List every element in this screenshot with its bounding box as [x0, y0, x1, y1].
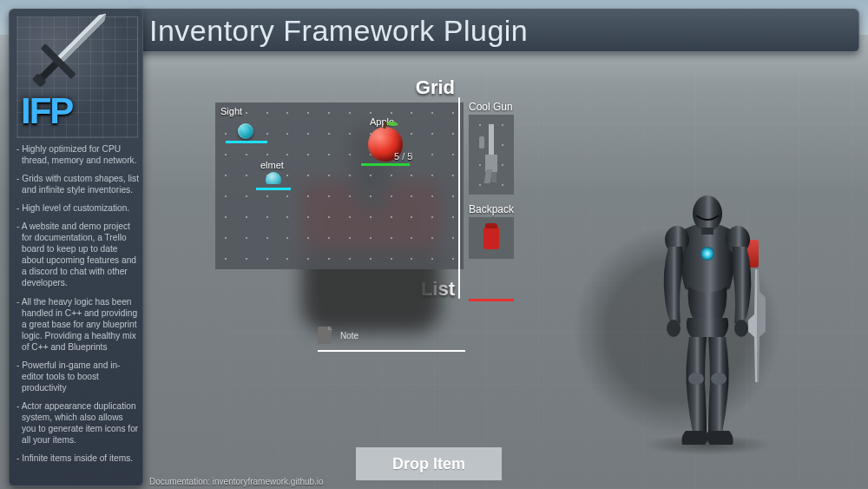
- svg-point-5: [667, 320, 681, 337]
- slot-label-gun: Cool Gun: [469, 101, 526, 113]
- list-item-label: Note: [340, 331, 465, 340]
- svg-point-0: [693, 195, 722, 232]
- list-underline: [318, 350, 465, 352]
- item-apple-highlight: [361, 163, 410, 166]
- item-sight-icon[interactable]: [238, 123, 253, 139]
- item-apple-count: 5 / 5: [394, 151, 412, 162]
- drop-item-button[interactable]: Drop Item: [356, 447, 502, 480]
- feature-item: Powerful in-game and in-editor tools to …: [16, 360, 139, 393]
- item-label-helmet: elmet: [260, 160, 284, 170]
- note-icon: [318, 327, 332, 344]
- equipment-slot-backpack[interactable]: [469, 217, 514, 259]
- slot-backpack-highlight: [469, 299, 514, 301]
- equipment-panel: Cool Gun Backpack: [464, 97, 531, 299]
- feature-item: A website and demo project for documenta…: [16, 221, 139, 288]
- slot-label-backpack: Backpack: [469, 203, 526, 215]
- feature-item: All the heavy logic has been handled in …: [16, 296, 139, 353]
- item-label-sight: Sight: [220, 106, 242, 116]
- feature-item: Highly optimized for CPU thread, memory …: [16, 143, 139, 166]
- item-helmet-icon[interactable]: [266, 172, 281, 184]
- logo-text: IFP: [21, 90, 72, 132]
- equipment-slot-gun[interactable]: [469, 115, 514, 195]
- character-model: [634, 189, 781, 450]
- svg-point-6: [734, 320, 748, 337]
- feature-list: Highly optimized for CPU thread, memory …: [16, 143, 139, 464]
- stage: Inventory Framework Plugin IFP Highly op…: [0, 0, 868, 489]
- feature-item: Infinite items inside of items.: [16, 453, 139, 464]
- documentation-link[interactable]: Documentation: inventoryframework.github…: [149, 477, 324, 486]
- svg-point-8: [711, 373, 727, 385]
- gun-icon: [483, 124, 500, 185]
- page-title: Inventory Framework Plugin: [149, 14, 528, 48]
- side-panel: IFP Highly optimized for CPU thread, mem…: [9, 9, 143, 486]
- backpack-icon: [483, 227, 499, 249]
- logo-box: IFP: [16, 17, 138, 138]
- svg-point-7: [688, 373, 704, 385]
- feature-item: Actor appearance duplication system, whi…: [16, 400, 139, 446]
- section-title-grid: Grid: [215, 76, 464, 99]
- feature-item: High level of customization.: [16, 202, 139, 214]
- inventory-grid[interactable]: Sight Apple 5 / 5 elmet: [215, 102, 464, 269]
- list-item[interactable]: Note: [318, 323, 465, 347]
- title-bar: Inventory Framework Plugin: [135, 9, 859, 52]
- inventory-list[interactable]: Note: [318, 323, 465, 352]
- svg-rect-1: [701, 228, 713, 235]
- svg-point-2: [700, 247, 714, 261]
- item-helmet-highlight: [256, 188, 291, 190]
- feature-item: Grids with custom shapes, list and infin…: [16, 173, 139, 195]
- item-sight-highlight: [226, 141, 267, 143]
